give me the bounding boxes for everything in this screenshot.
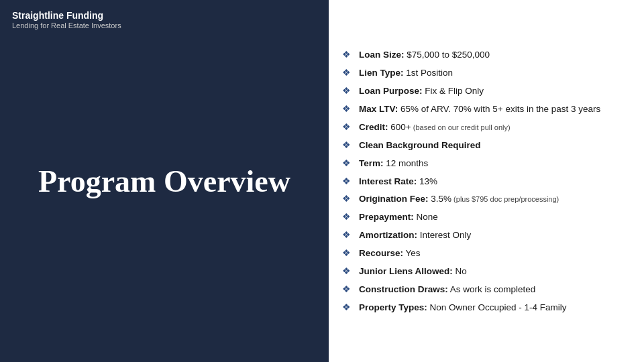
- item-text: Term: 12 months: [359, 158, 624, 170]
- item-text: Prepayment: None: [359, 211, 624, 224]
- diamond-icon: ❖: [342, 175, 351, 188]
- diamond-icon: ❖: [342, 192, 351, 206]
- diamond-icon: ❖: [342, 265, 351, 278]
- list-item: ❖Credit: 600+ (based on our credit pull …: [342, 120, 624, 134]
- diamond-icon: ❖: [342, 66, 351, 80]
- list-item: ❖Lien Type: 1st Position: [342, 66, 624, 80]
- item-text: Interest Rate: 13%: [359, 176, 624, 188]
- logo-area: Straightline Funding Lending for Real Es…: [12, 9, 121, 29]
- item-text: Amortization: Interest Only: [359, 229, 624, 242]
- list-item: ❖Prepayment: None: [342, 210, 624, 224]
- list-item: ❖Construction Draws: As work is complete…: [342, 282, 624, 296]
- diamond-icon: ❖: [342, 121, 351, 134]
- diamond-icon: ❖: [342, 283, 351, 296]
- diamond-icon: ❖: [342, 301, 351, 314]
- diamond-icon: ❖: [342, 157, 351, 170]
- item-note: (plus $795 doc prep/processing): [451, 195, 559, 203]
- main-heading: Program Overview: [18, 164, 311, 199]
- list-item: ❖Clean Background Required: [342, 138, 624, 152]
- item-text: Credit: 600+ (based on our credit pull o…: [359, 121, 624, 134]
- logo-subtitle: Lending for Real Estate Investors: [12, 21, 121, 29]
- diamond-icon: ❖: [342, 48, 351, 62]
- diamond-icon: ❖: [342, 84, 351, 98]
- right-panel: ❖Loan Size: $75,000 to $250,000❖Lien Typ…: [329, 0, 644, 362]
- list-item: ❖Term: 12 months: [342, 156, 624, 170]
- list-item: ❖Loan Size: $75,000 to $250,000: [342, 48, 624, 62]
- item-text: Max LTV: 65% of ARV. 70% with 5+ exits i…: [359, 103, 624, 116]
- list-item: ❖Property Types: Non Owner Occupied - 1-…: [342, 300, 624, 314]
- left-panel: Straightline Funding Lending for Real Es…: [0, 0, 329, 362]
- item-text: Construction Draws: As work is completed: [359, 284, 624, 296]
- item-note: (based on our credit pull only): [411, 123, 511, 131]
- item-text: Origination Fee: 3.5% (plus $795 doc pre…: [359, 193, 624, 206]
- list-item: ❖Amortization: Interest Only: [342, 228, 624, 242]
- item-text: Junior Liens Allowed: No: [359, 265, 624, 278]
- diamond-icon: ❖: [342, 247, 351, 260]
- diamond-icon: ❖: [342, 139, 351, 152]
- list-item: ❖Origination Fee: 3.5% (plus $795 doc pr…: [342, 192, 624, 206]
- item-text: Recourse: Yes: [359, 247, 624, 260]
- diamond-icon: ❖: [342, 229, 351, 242]
- diamond-icon: ❖: [342, 103, 351, 116]
- item-text: Lien Type: 1st Position: [359, 67, 624, 80]
- logo-title: Straightline Funding: [12, 9, 121, 21]
- list-item: ❖Interest Rate: 13%: [342, 174, 624, 188]
- item-text: Loan Size: $75,000 to $250,000: [359, 49, 624, 62]
- list-item: ❖Junior Liens Allowed: No: [342, 264, 624, 278]
- diamond-icon: ❖: [342, 210, 351, 224]
- program-list: ❖Loan Size: $75,000 to $250,000❖Lien Typ…: [342, 48, 624, 314]
- item-text: Clean Background Required: [359, 139, 624, 152]
- list-item: ❖Recourse: Yes: [342, 246, 624, 260]
- item-text: Property Types: Non Owner Occupied - 1-4…: [359, 302, 624, 314]
- list-item: ❖Loan Purpose: Fix & Flip Only: [342, 84, 624, 98]
- item-text: Loan Purpose: Fix & Flip Only: [359, 85, 624, 98]
- list-item: ❖Max LTV: 65% of ARV. 70% with 5+ exits …: [342, 102, 624, 116]
